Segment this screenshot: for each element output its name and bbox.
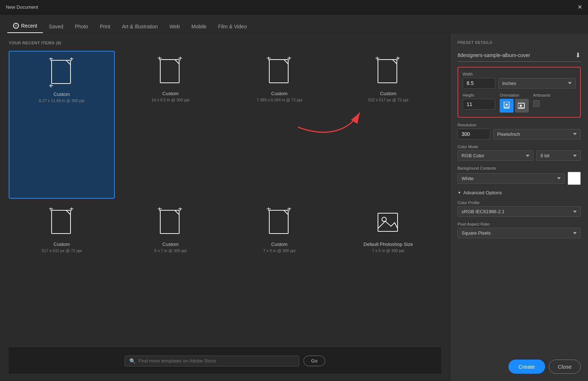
tab-saved[interactable]: Saved [43,20,69,33]
preset-card-6[interactable]: Custom 7 x 5 in @ 300 ppi [226,202,333,348]
preset-size-4: 517 x 532 px @ 72 ppi [42,248,82,253]
preset-card-4[interactable]: Custom 517 x 532 px @ 72 ppi [9,202,115,348]
main-area: YOUR RECENT ITEMS (8) Custom [0,33,588,381]
color-mode-group: Color Mode RGB Color Grayscale CMYK Colo… [458,145,581,161]
bottom-buttons: Create Close [458,356,581,374]
svg-rect-20 [378,60,397,83]
preset-name-1: Custom [162,91,179,96]
close-dialog-button[interactable]: Close [549,360,581,374]
artboards-checkbox[interactable] [533,100,540,107]
tab-print-label: Print [100,24,110,29]
preset-card-5[interactable]: Custom 5 x 7 in @ 300 ppi [118,202,224,348]
pixel-aspect-select[interactable]: Square Pixels D1/DV NTSC (0.91) D1/DV PA… [458,228,581,238]
create-button[interactable]: Create [508,360,545,374]
svg-point-50 [520,105,522,107]
bg-contents-row: White Background Color Transparent Custo… [458,172,581,185]
color-profile-label: Color Profile [458,200,581,205]
preset-name-field[interactable] [458,52,572,58]
color-mode-label: Color Mode [458,145,581,149]
preset-size-5: 5 x 7 in @ 300 ppi [154,248,187,253]
preset-card-3[interactable]: Custom 532 x 517 px @ 72 ppi [335,51,442,199]
tab-art[interactable]: Art & Illustration [116,20,164,33]
chevron-down-icon: ▼ [458,191,461,195]
svg-point-45 [382,217,386,222]
bottom-bar: 🔍 Go [9,348,441,374]
preset-size-0: 8.27 x 11.69 in @ 300 ppi [39,98,85,103]
preset-size-3: 532 x 517 px @ 72 ppi [368,98,408,102]
doc-icon-6 [266,207,293,238]
preset-name-2: Custom [271,91,287,96]
resolution-label: Resolution [458,123,581,127]
preset-size-6: 7 x 5 in @ 300 ppi [263,248,295,253]
search-icon: 🔍 [129,358,136,364]
tab-photo[interactable]: Photo [69,20,94,33]
advanced-options-label: Advanced Options [463,190,502,195]
portrait-button[interactable] [500,99,514,113]
search-container: 🔍 [125,356,299,366]
svg-line-9 [175,60,179,64]
preset-card-2[interactable]: Custom 7.389 x 0.264 in @ 72 ppi [226,51,333,199]
svg-rect-8 [160,60,179,83]
preset-name-5: Custom [162,242,179,247]
preset-card-1[interactable]: Custom 14 x 8.5 in @ 300 ppi [118,51,224,199]
artboards-label: Artboards [533,93,551,97]
advanced-options-toggle[interactable]: ▼ Advanced Options [458,190,581,195]
tab-web[interactable]: Web [164,20,186,33]
height-orientation-row: Height Orientation [463,93,576,113]
tab-mobile[interactable]: Mobile [186,20,212,33]
tab-film[interactable]: Film & Video [212,20,253,33]
orientation-group: Orientation [500,93,529,113]
save-preset-icon[interactable]: ⬇ [575,51,581,59]
close-window-button[interactable]: ✕ [577,4,582,11]
preset-details-title: PRESET DETAILS [458,41,581,45]
tab-art-label: Art & Illustration [122,24,158,29]
svg-rect-14 [269,60,288,83]
tab-print[interactable]: Print [94,20,116,33]
bit-depth-select[interactable]: 8 bit 16 bit 32 bit [536,150,581,161]
unit-select[interactable]: Inches Pixels Centimeters Millimeters [498,78,576,89]
tab-recent-label: Recent [21,23,37,29]
svg-line-39 [284,210,288,215]
tab-recent[interactable]: ⏱ Recent [7,19,43,33]
titlebar-title: New Document [6,4,38,10]
preset-card-7[interactable]: Default Photoshop Size 7 x 5 in @ 300 pp… [335,202,442,348]
preset-name-7: Default Photoshop Size [363,242,413,247]
right-panel: PRESET DETAILS ⬇ Width Inches Pixels Cen… [450,33,588,381]
bg-contents-select[interactable]: White Background Color Transparent Custo… [458,173,565,184]
preset-card-0[interactable]: Custom 8.27 x 11.69 in @ 300 ppi [9,51,115,199]
svg-line-1 [66,60,71,65]
search-input[interactable] [138,358,294,364]
svg-line-15 [284,60,288,64]
preset-size-7: 7 x 5 in @ 300 ppi [372,248,404,253]
height-label: Height [463,93,495,97]
pixel-aspect-group: Pixel Aspect Ratio Square Pixels D1/DV N… [458,222,581,238]
titlebar: New Document ✕ [0,0,588,15]
tab-saved-label: Saved [49,24,63,29]
svg-rect-0 [52,60,71,84]
tab-film-label: Film & Video [218,24,247,29]
width-input[interactable] [463,78,495,89]
height-input[interactable] [463,99,495,110]
bg-color-swatch[interactable] [568,172,581,185]
color-mode-select[interactable]: RGB Color Grayscale CMYK Color Lab Color… [458,150,533,161]
artboards-group: Artboards [533,93,551,107]
pixel-aspect-label: Pixel Aspect Ratio [458,222,581,226]
svg-rect-38 [269,210,288,234]
doc-icon-0 [49,57,75,88]
preset-name-6: Custom [271,242,287,247]
svg-rect-48 [504,107,509,108]
color-profile-select[interactable]: sRGB IEC61966-2.1 Adobe RGB (1998) ProPh… [458,206,581,217]
resolution-input[interactable] [458,129,490,139]
doc-icon-1 [157,57,184,87]
preset-size-2: 7.389 x 0.264 in @ 72 ppi [257,98,302,102]
resolution-unit-select[interactable]: Pixels/Inch Pixels/Centimeter [493,129,581,139]
svg-rect-51 [519,108,524,108]
left-panel: YOUR RECENT ITEMS (8) Custom [0,33,450,381]
doc-icon-3 [375,57,401,87]
clock-icon: ⏱ [13,23,19,29]
svg-point-47 [506,104,508,106]
tab-web-label: Web [169,24,180,29]
recent-section-title: YOUR RECENT ITEMS (8) [9,41,441,45]
landscape-button[interactable] [515,99,529,113]
go-button[interactable]: Go [303,356,325,366]
